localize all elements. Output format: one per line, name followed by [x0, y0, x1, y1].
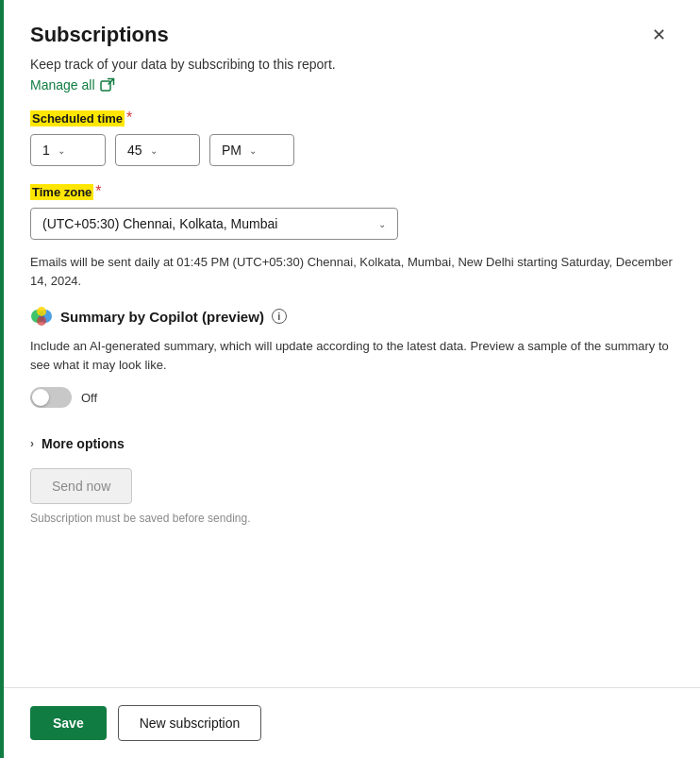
schedule-info-text: Emails will be sent daily at 01:45 PM (U… [4, 253, 700, 305]
timezone-section: Time zone* (UTC+05:30) Chennai, Kolkata,… [30, 183, 674, 240]
subscriptions-panel: Subscriptions ✕ Keep track of your data … [0, 0, 700, 758]
timezone-select[interactable]: (UTC+05:30) Chennai, Kolkata, Mumbai ⌄ [30, 208, 398, 240]
scheduled-time-section: Scheduled time* 1 ⌄ 45 ⌄ PM ⌄ Time zone*… [4, 109, 700, 253]
copilot-header: Summary by Copilot (preview) i [30, 305, 674, 328]
manage-all-link[interactable]: Manage all [4, 77, 700, 109]
more-options-row[interactable]: › More options [4, 436, 700, 468]
ampm-value: PM [222, 143, 242, 158]
new-subscription-button[interactable]: New subscription [118, 705, 262, 741]
panel-title: Subscriptions [30, 23, 169, 47]
copilot-section: Summary by Copilot (preview) i Include a… [4, 305, 700, 436]
minute-value: 45 [127, 143, 142, 158]
scheduled-time-label: Scheduled time* [30, 109, 674, 126]
copilot-toggle[interactable] [30, 387, 72, 408]
copilot-header-label: Summary by Copilot (preview) [60, 309, 264, 325]
hour-value: 1 [42, 143, 50, 158]
panel-footer: Save New subscription [4, 687, 700, 758]
minute-chevron-icon: ⌄ [150, 145, 158, 156]
copilot-toggle-row: Off [30, 387, 674, 408]
toggle-state-label: Off [81, 391, 97, 405]
manage-all-label: Manage all [30, 77, 95, 93]
timezone-label: Time zone* [30, 183, 674, 200]
send-section: Send now Subscription must be saved befo… [4, 468, 700, 531]
save-button[interactable]: Save [30, 706, 107, 740]
svg-point-3 [37, 307, 46, 316]
panel-header: Subscriptions ✕ [4, 0, 700, 57]
send-note-text: Subscription must be saved before sendin… [30, 512, 674, 525]
ampm-select[interactable]: PM ⌄ [209, 134, 294, 166]
copilot-description: Include an AI-generated summary, which w… [30, 337, 674, 374]
timezone-chevron-icon: ⌄ [378, 219, 386, 229]
hour-chevron-icon: ⌄ [58, 145, 65, 156]
external-link-icon [100, 77, 115, 93]
copilot-icon [30, 305, 53, 328]
timezone-value: (UTC+05:30) Chennai, Kolkata, Mumbai [42, 216, 277, 231]
send-now-button[interactable]: Send now [30, 468, 132, 504]
toggle-knob [32, 389, 49, 406]
svg-point-4 [37, 316, 46, 326]
hour-select[interactable]: 1 ⌄ [30, 134, 106, 166]
minute-select[interactable]: 45 ⌄ [115, 134, 200, 166]
close-button[interactable]: ✕ [644, 21, 674, 49]
copilot-info-icon[interactable]: i [272, 309, 287, 324]
time-row: 1 ⌄ 45 ⌄ PM ⌄ [30, 134, 674, 166]
more-options-label: More options [42, 436, 125, 451]
panel-subtitle: Keep track of your data by subscribing t… [4, 57, 700, 77]
ampm-chevron-icon: ⌄ [249, 145, 257, 156]
more-options-chevron-icon: › [30, 437, 34, 450]
